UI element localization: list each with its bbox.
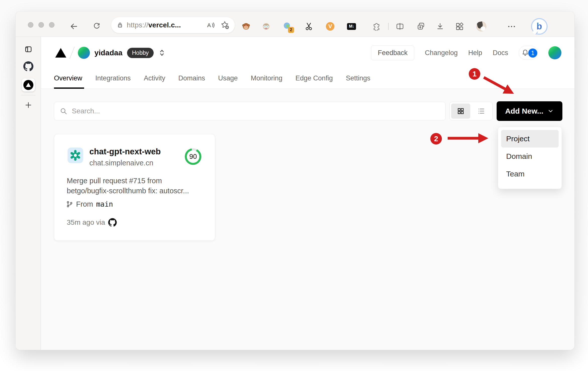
split-screen-icon [396,22,404,31]
tab-settings[interactable]: Settings [346,74,370,82]
traffic-light-zoom[interactable] [49,22,54,28]
team-switcher-icon[interactable] [158,49,166,57]
link-changelog[interactable]: Changelog [425,49,458,57]
tab-vercel-active[interactable] [22,78,35,91]
vercel-favicon [23,80,33,90]
download-icon [436,22,444,31]
score-ring: 90 [185,148,201,165]
commit-line-2: betgo/bugfix-scrollthumb fix: autoscr... [67,186,204,196]
project-domain[interactable]: chat.simplenaive.cn [89,159,153,167]
team-name[interactable]: yidadaa [94,49,123,57]
traffic-light-minimize[interactable] [38,22,44,28]
extension-tampermonkey[interactable] [242,22,251,31]
tab-domains[interactable]: Domains [178,74,205,82]
copilot-button[interactable]: b [531,18,548,35]
dashboard-content: Add New... Project Domain Team chat-gpt-… [41,89,574,350]
extension-session[interactable]: 2 [283,22,292,31]
back-button[interactable] [70,22,79,31]
branch-name: main [96,200,113,208]
link-docs[interactable]: Docs [493,49,508,57]
tab-usage[interactable]: Usage [218,74,238,82]
grid-view-icon [457,107,464,115]
github-favicon [23,61,33,71]
tab-github[interactable] [23,61,33,71]
url-scheme: https:// [127,21,148,29]
read-aloud-icon[interactable]: A [207,21,215,29]
menu-item-domain[interactable]: Domain [501,148,559,165]
team-avatar[interactable] [78,47,90,59]
bing-icon: b [537,22,542,31]
browser-toolbar: https://vercel.c... A 2 V M↓ [16,11,574,37]
address-bar[interactable]: https://vercel.c... A [111,17,235,33]
tab-edge-config[interactable]: Edge Config [296,74,333,82]
deployment-time: 35m ago via [67,218,105,226]
search-input[interactable] [71,107,440,115]
traffic-light-close[interactable] [28,22,33,28]
persona-icon [262,22,271,31]
commit-line-1: Merge pull request #715 from [67,176,204,186]
tab-integrations[interactable]: Integrations [95,74,131,82]
list-view-icon [478,107,485,115]
add-favorite-icon[interactable] [221,21,229,29]
workspaces-button[interactable] [455,22,464,31]
add-new-menu: Project Domain Team [498,127,562,189]
chevron-down-icon [547,108,554,114]
extension-badge-count: 2 [288,27,294,33]
bell-icon [521,49,529,57]
extensions-menu-button[interactable] [372,22,381,31]
branch-row: From main [66,200,113,208]
page-vercel-dashboard: yidadaa Hobby Feedback Changelog Help Do… [41,37,574,350]
score-value: 90 [187,150,199,163]
url-host: vercel.c... [148,21,181,29]
extension-video[interactable]: V [326,22,335,31]
profile-button[interactable] [476,21,486,31]
downloads-button[interactable] [436,22,445,31]
markdown-icon: M↓ [347,23,356,30]
new-tab-button[interactable] [24,101,33,110]
split-screen-button[interactable] [395,22,404,31]
tab-activity[interactable]: Activity [144,74,165,82]
commit-message: Merge pull request #715 from betgo/bugfi… [67,176,204,196]
header-actions: Feedback Changelog Help Docs 1 [371,46,561,60]
user-avatar[interactable] [548,46,561,59]
menu-item-project[interactable]: Project [501,130,559,148]
git-branch-icon [66,201,73,208]
tab-monitoring[interactable]: Monitoring [251,74,282,82]
vertical-tabs-sidebar [16,37,41,350]
plan-badge: Hobby [127,48,154,58]
sidebar-panel-icon [24,45,32,53]
project-icon [68,148,83,163]
branch-label: From [76,200,93,208]
lock-icon [117,22,123,28]
project-card[interactable]: chat-gpt-next-web chat.simplenaive.cn 90… [54,134,215,241]
ellipsis-icon [508,26,515,27]
add-new-button[interactable]: Add New... [497,101,562,121]
extension-scissors[interactable] [304,22,313,31]
browser-window: https://vercel.c... A 2 V M↓ [16,11,574,350]
openai-logo-icon [70,150,81,161]
breadcrumb: yidadaa Hobby [55,46,166,60]
reload-button[interactable] [92,22,101,31]
vercel-logo-icon[interactable] [55,48,66,58]
link-help[interactable]: Help [468,49,482,57]
project-search[interactable] [54,102,446,120]
extension-markdown[interactable]: M↓ [347,22,356,31]
apps-grid-icon [455,22,464,31]
list-view-button[interactable] [472,104,491,119]
feedback-button[interactable]: Feedback [371,45,415,60]
search-icon [60,107,67,115]
collections-button[interactable] [417,22,426,31]
back-arrow-icon [70,22,78,31]
github-icon [108,218,117,227]
tab-panel-toggle[interactable] [24,45,33,54]
collections-icon [417,22,426,31]
more-menu-button[interactable] [507,22,516,31]
v-circle-icon: V [326,22,334,31]
tab-overview[interactable]: Overview [54,74,82,82]
menu-item-team[interactable]: Team [501,165,559,183]
notifications-button[interactable]: 1 [519,46,538,60]
grid-view-button[interactable] [451,104,470,119]
project-name[interactable]: chat-gpt-next-web [89,147,161,156]
profile-avatar [476,21,486,31]
extension-avatar[interactable] [262,22,271,31]
